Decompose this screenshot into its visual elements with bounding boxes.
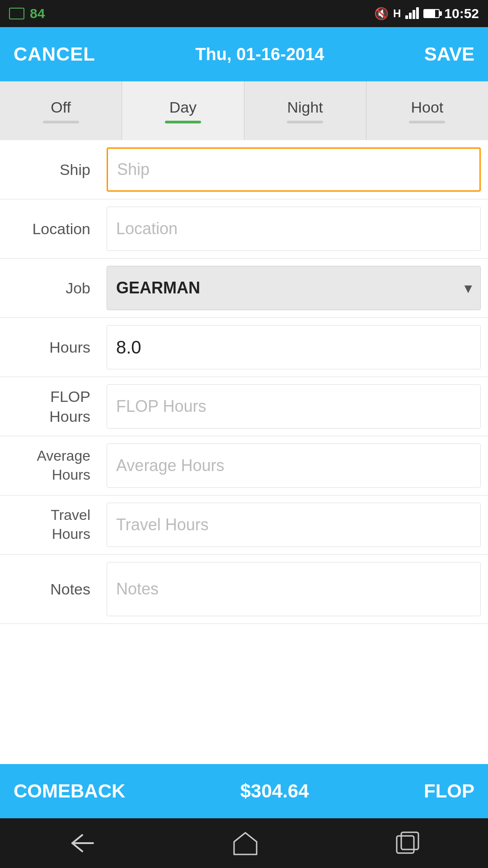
average-hours-row: Average Hours Average Hours — [0, 436, 488, 495]
photo-count: 84 — [30, 6, 45, 21]
notes-row: Notes Notes — [0, 555, 488, 624]
ship-label: Ship — [0, 160, 99, 179]
flop-hours-input[interactable]: FLOP Hours — [107, 384, 481, 429]
tab-day-indicator — [165, 121, 201, 123]
hours-value: 8.0 — [116, 337, 141, 358]
job-label: Job — [0, 278, 99, 298]
svg-marker-1 — [234, 833, 257, 854]
amount-display: $304.64 — [240, 780, 309, 802]
notes-input[interactable]: Notes — [107, 562, 481, 616]
location-row: Location Location — [0, 199, 488, 259]
status-right: 🔇 H 10:52 — [374, 6, 479, 21]
average-hours-label: Average Hours — [0, 447, 99, 484]
save-button[interactable]: SAVE — [424, 43, 474, 65]
ship-row: Ship Ship — [0, 140, 488, 199]
battery-icon — [423, 9, 440, 18]
back-icon — [69, 833, 96, 853]
location-label: Location — [0, 219, 99, 239]
average-hours-input[interactable]: Average Hours — [107, 443, 481, 488]
recents-icon — [396, 831, 419, 855]
app-bar: CANCEL Thu, 01-16-2014 SAVE — [0, 27, 488, 81]
spacer — [0, 694, 488, 764]
home-button[interactable] — [233, 831, 258, 856]
tab-bar: Off Day Night Hoot — [0, 81, 488, 140]
travel-hours-label: Travel Hours — [0, 506, 99, 543]
job-dropdown[interactable]: GEARMAN ▾ — [107, 266, 481, 310]
status-bar: 84 🔇 H 10:52 — [0, 0, 488, 27]
notes-placeholder: Notes — [116, 580, 159, 599]
hours-label: Hours — [0, 337, 99, 357]
nav-bar — [0, 818, 488, 868]
svg-rect-3 — [401, 832, 418, 849]
form-area: Ship Ship Location Location Job GEARMAN … — [0, 140, 488, 694]
comeback-button[interactable]: COMEBACK — [14, 780, 125, 802]
flop-button[interactable]: FLOP — [424, 780, 474, 802]
cancel-button[interactable]: CANCEL — [14, 43, 95, 65]
tab-off-label: Off — [51, 99, 71, 116]
flop-hours-placeholder: FLOP Hours — [116, 397, 206, 416]
tab-day[interactable]: Day — [122, 81, 244, 140]
tab-hoot[interactable]: Hoot — [366, 81, 488, 140]
time-display: 10:52 — [444, 6, 479, 21]
tab-hoot-indicator — [409, 121, 445, 123]
location-input[interactable]: Location — [107, 207, 481, 251]
flop-hours-label: FLOP Hours — [0, 387, 99, 426]
travel-hours-placeholder: Travel Hours — [116, 515, 209, 534]
tab-night-indicator — [287, 121, 323, 123]
location-placeholder: Location — [116, 219, 178, 238]
hours-input[interactable]: 8.0 — [107, 325, 481, 369]
bottom-bar: COMEBACK $304.64 FLOP — [0, 764, 488, 818]
tab-night[interactable]: Night — [244, 81, 366, 140]
tab-off[interactable]: Off — [0, 81, 122, 140]
recents-button[interactable] — [396, 831, 419, 855]
travel-hours-row: Travel Hours Travel Hours — [0, 495, 488, 555]
average-hours-placeholder: Average Hours — [116, 456, 224, 475]
date-display: Thu, 01-16-2014 — [195, 45, 324, 64]
status-left: 84 — [9, 6, 45, 21]
svg-rect-2 — [397, 836, 414, 853]
job-row: Job GEARMAN ▾ — [0, 259, 488, 318]
flop-hours-row: FLOP Hours FLOP Hours — [0, 377, 488, 436]
mute-icon: 🔇 — [374, 7, 389, 21]
tab-hoot-label: Hoot — [411, 99, 443, 116]
tab-day-label: Day — [169, 99, 197, 116]
photo-icon — [9, 8, 24, 19]
tab-night-label: Night — [287, 99, 323, 116]
ship-input[interactable]: Ship — [107, 147, 481, 192]
notes-label: Notes — [0, 579, 99, 599]
h-indicator: H — [393, 7, 401, 20]
chevron-down-icon: ▾ — [465, 280, 471, 296]
hours-row: Hours 8.0 — [0, 318, 488, 377]
back-button[interactable] — [69, 833, 96, 853]
tab-off-indicator — [43, 121, 79, 123]
home-icon — [233, 831, 258, 856]
job-value: GEARMAN — [116, 278, 200, 297]
ship-placeholder: Ship — [117, 160, 150, 179]
signal-icon — [405, 8, 419, 19]
travel-hours-input[interactable]: Travel Hours — [107, 503, 481, 547]
